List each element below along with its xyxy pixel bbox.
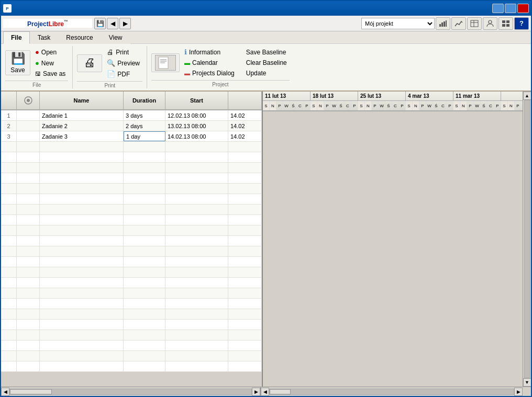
- row-end-1[interactable]: 14.02: [228, 110, 262, 120]
- row-start-3[interactable]: 14.02.13 08:00: [165, 131, 228, 141]
- day-label-33: C: [487, 101, 494, 110]
- row-name-2[interactable]: Zadanie 2: [40, 121, 124, 131]
- day-label-31: W: [474, 101, 481, 110]
- tab-task[interactable]: Task: [30, 31, 59, 44]
- gantt-chart-icon-btn[interactable]: [436, 17, 450, 30]
- save-as-button[interactable]: 🖫 Save as: [32, 69, 68, 78]
- row-name-1[interactable]: Zadanie 1: [40, 110, 124, 120]
- logo: ProjectLibre™: [27, 19, 68, 28]
- day-label-32: Ś: [481, 101, 487, 110]
- projects-dialog-button[interactable]: ▬ Projects Dialog: [182, 69, 237, 78]
- preview-icon: 🔍: [107, 59, 115, 67]
- table-row: [1, 205, 262, 215]
- task-table-icon-btn[interactable]: [467, 17, 482, 30]
- row-duration-1[interactable]: 3 days: [124, 110, 165, 120]
- project-selector[interactable]: Mój projekt: [361, 18, 435, 29]
- new-button[interactable]: ● New: [32, 58, 68, 68]
- svg-rect-3: [446, 20, 447, 27]
- day-label-17: W: [379, 101, 385, 110]
- row-start-2[interactable]: 13.02.13 08:00: [165, 121, 228, 131]
- tab-view[interactable]: View: [101, 31, 130, 44]
- print-small-buttons: 🖨 Print 🔍 Preview 📄 PDF: [104, 47, 142, 79]
- gantt-table: Name Duration Start 1 Zadanie 1 3 days 1…: [1, 92, 263, 387]
- day-label-27: P: [447, 101, 453, 110]
- scroll-up-button[interactable]: ▲: [523, 92, 531, 100]
- restore-button[interactable]: [505, 4, 516, 13]
- save-baseline-button[interactable]: Save Baseline: [243, 48, 290, 57]
- row-num-empty: [1, 142, 17, 152]
- right-scroll-left-btn[interactable]: ◀: [261, 388, 269, 396]
- update-label: Update: [246, 70, 267, 77]
- day-label-13: P: [351, 101, 358, 110]
- close-button[interactable]: [517, 4, 529, 13]
- day-label-15: N: [365, 101, 372, 110]
- open-button[interactable]: ● Open: [32, 47, 68, 57]
- save-as-label: Save as: [43, 70, 65, 77]
- project-group-label: Project: [151, 80, 290, 87]
- right-scroll-track[interactable]: [269, 389, 514, 395]
- row-end-3[interactable]: 14.02: [228, 131, 262, 141]
- table-row: [1, 194, 262, 205]
- scroll-down-button[interactable]: ▼: [523, 378, 531, 387]
- left-scroll-left-btn[interactable]: ◀: [1, 388, 9, 396]
- table-row: [1, 142, 262, 152]
- row-name-empty[interactable]: [40, 142, 124, 152]
- tab-resource[interactable]: Resource: [58, 31, 101, 44]
- day-label-2: P: [276, 101, 283, 110]
- title-bar-controls: [492, 4, 529, 13]
- save-button-top[interactable]: 💾: [94, 18, 106, 29]
- gantt-split: Name Duration Start 1 Zadanie 1 3 days 1…: [1, 92, 531, 396]
- undo-redo-area: 💾 ◀ ▶: [94, 18, 131, 29]
- row-duration-2[interactable]: 2 days: [124, 121, 165, 131]
- projects-dialog-label: Projects Dialog: [192, 70, 235, 77]
- right-scroll-right-btn[interactable]: ▶: [514, 388, 523, 396]
- preview-button[interactable]: 🔍 Preview: [104, 58, 142, 68]
- help-icon-btn[interactable]: ?: [514, 17, 529, 30]
- week-3: 25 lut 13: [358, 92, 406, 100]
- redo-button[interactable]: ▶: [119, 18, 131, 29]
- row-start-1[interactable]: 12.02.13 08:00: [165, 110, 228, 120]
- save-button[interactable]: 💾 Save: [5, 50, 30, 75]
- row-end-empty[interactable]: [228, 142, 262, 152]
- print-button[interactable]: 🖨: [77, 54, 102, 72]
- row-start-empty[interactable]: [165, 142, 228, 152]
- right-toolbar-area: Mój projekt ?: [361, 17, 529, 30]
- view-icon-btn[interactable]: [498, 17, 513, 30]
- undo-button[interactable]: ◀: [107, 18, 118, 29]
- resource-icon-btn[interactable]: [483, 17, 497, 30]
- resource-usage-icon-btn[interactable]: [451, 17, 466, 30]
- update-button[interactable]: Update: [243, 69, 290, 78]
- project-icon-button[interactable]: [151, 53, 180, 72]
- information-button[interactable]: ℹ Information: [182, 47, 237, 57]
- minimize-button[interactable]: [492, 4, 504, 13]
- col-header-start: Start: [165, 92, 228, 109]
- table-row: 3 Zadanie 3 1 day 14.02.13 08:00 14.02: [1, 131, 262, 142]
- table-row: [1, 361, 262, 372]
- table-row: [1, 257, 262, 267]
- scroll-track-vertical[interactable]: [524, 100, 530, 378]
- svg-rect-1: [441, 22, 443, 27]
- row-name-3[interactable]: Zadanie 3: [40, 131, 124, 141]
- ribbon-group-print: 🖨 🖨 Print 🔍 Preview 📄: [73, 46, 147, 88]
- clear-baseline-button[interactable]: Clear Baseline: [243, 58, 290, 67]
- row-num-1: 1: [1, 110, 17, 120]
- print-small-button[interactable]: 🖨 Print: [104, 47, 142, 57]
- table-row: [1, 173, 262, 184]
- tab-file[interactable]: File: [3, 31, 30, 44]
- week-5: 11 mar 13: [453, 92, 501, 100]
- row-duration-3[interactable]: 1 day: [124, 131, 165, 141]
- table-row: [1, 351, 262, 361]
- row-duration-empty[interactable]: [124, 142, 165, 152]
- day-label-37: P: [515, 101, 522, 110]
- left-scroll-track[interactable]: [9, 389, 252, 395]
- right-scroll-thumb[interactable]: [270, 389, 291, 394]
- pdf-button[interactable]: 📄 PDF: [104, 69, 142, 79]
- col-header-duration: Duration: [124, 92, 165, 109]
- file-group-items: 💾 Save ● Open ● New: [5, 46, 68, 80]
- calendar-button[interactable]: ▬ Calendar: [182, 58, 237, 67]
- day-label-20: P: [399, 101, 406, 110]
- row-end-2[interactable]: 14.02: [228, 121, 262, 131]
- left-scroll-thumb[interactable]: [10, 389, 52, 394]
- left-scroll-right-btn[interactable]: ▶: [252, 388, 260, 396]
- chart-body: [263, 111, 523, 387]
